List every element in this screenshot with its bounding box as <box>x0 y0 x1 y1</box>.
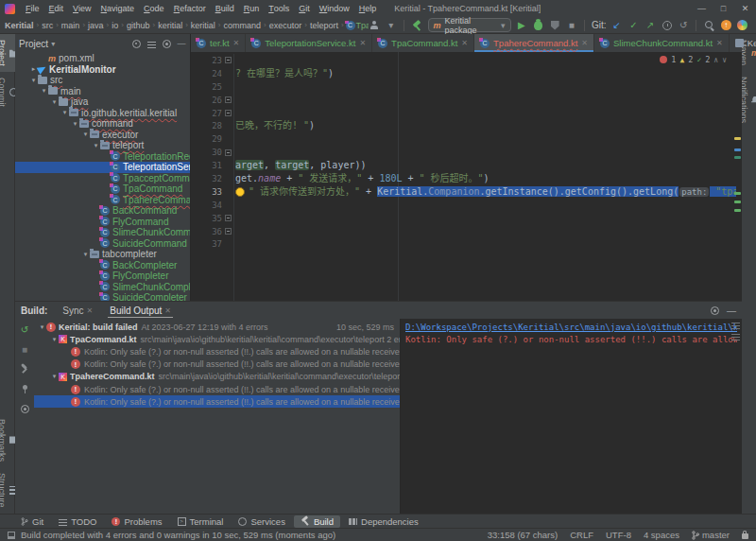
code-line-32[interactable]: get.name + " 发送请求，" + 180L + " 秒后超时。") <box>235 172 736 185</box>
fold-marker[interactable] <box>225 215 232 221</box>
build-settings-wrench-icon[interactable] <box>20 364 29 374</box>
rollback-icon[interactable]: ↺ <box>678 19 690 32</box>
stripe-mark[interactable] <box>734 209 741 212</box>
scroll-to-end-icon[interactable] <box>731 332 740 340</box>
minimize-button[interactable]: — <box>691 0 713 17</box>
editor-gutter[interactable]: 232425262728293031323334353637 <box>191 54 234 301</box>
breadcrumb-class[interactable]: TpahereCommand <box>355 21 369 30</box>
close-button[interactable]: ✕ <box>734 0 756 17</box>
tab-teleportationservice-kt[interactable]: CTeleportationService.kt✕ <box>246 34 372 52</box>
gutter-line-27[interactable]: 27 <box>191 107 233 120</box>
tree-item-keritialmonitor[interactable]: ▸KeritialMonitor <box>15 64 190 76</box>
code-line-27[interactable] <box>235 107 736 120</box>
close-tab-icon[interactable]: ✕ <box>164 306 171 315</box>
tree-item-suicidecompleter[interactable]: CSuicideCompleter <box>15 292 190 301</box>
next-problem-icon[interactable]: ∨ <box>722 56 727 64</box>
tree-item-pom-xml[interactable]: mpom.xml <box>15 53 190 64</box>
build-settings-gear-icon[interactable] <box>711 306 719 315</box>
soft-wrap-icon[interactable] <box>731 321 740 329</box>
build-row[interactable]: !Kotlin: Only safe (?.) or non-null asse… <box>34 358 400 371</box>
history-icon[interactable] <box>661 19 673 32</box>
menu-edit[interactable]: Edit <box>44 0 69 17</box>
tree-item-tabcompleter[interactable]: ▾tabcompleter <box>15 249 190 260</box>
select-opened-file-icon[interactable] <box>132 40 141 48</box>
chevron-down-icon[interactable]: ▾ <box>51 40 55 48</box>
code-pane[interactable]: ? 在哪里？是人吗？")已晚，不行的! ")arget, target, pla… <box>235 54 736 301</box>
chevron-down-icon[interactable]: ▾ <box>50 98 59 106</box>
code-line-29[interactable] <box>235 132 736 146</box>
tab-tpaherecommand-kt[interactable]: CTpahereCommand.kt✕ <box>474 34 594 52</box>
build-tab-build-output[interactable]: Build Output✕ <box>108 304 173 318</box>
chevron-down-icon[interactable]: ▾ <box>50 373 59 380</box>
code-line-26[interactable] <box>235 94 736 107</box>
gutter-line-28[interactable]: 28 <box>191 119 233 132</box>
toolwindow-services[interactable]: Services <box>232 515 291 528</box>
code-line-36[interactable] <box>235 225 736 238</box>
build-row[interactable]: !Kotlin: Only safe (?.) or non-null asse… <box>34 345 400 358</box>
tree-item-executor[interactable]: ▾executor <box>15 130 190 141</box>
close-tab-icon[interactable]: ✕ <box>461 39 468 47</box>
tree-item-src[interactable]: ▾src <box>15 75 190 86</box>
hide-build-panel-icon[interactable]: — <box>727 305 736 316</box>
menu-build[interactable]: Build <box>211 0 239 17</box>
menu-view[interactable]: View <box>68 0 96 17</box>
tree-item-flycompleter[interactable]: CFlyCompleter <box>15 270 190 282</box>
close-tab-icon[interactable]: ✕ <box>233 39 240 47</box>
breadcrumb-item-main[interactable]: main <box>60 21 81 30</box>
layout-icon[interactable] <box>8 532 15 539</box>
tree-item-suicidecommand[interactable]: CSuicideCommand <box>15 238 190 250</box>
menu-window[interactable]: Window <box>315 0 354 17</box>
profile-chevron-icon[interactable]: ▾ <box>385 19 397 32</box>
breadcrumb-item-command[interactable]: command <box>223 21 263 30</box>
tab-slimechunkcommand-kt[interactable]: CSlimeChunkCommand.kt✕ <box>594 34 730 52</box>
build-row[interactable]: ▾KTpahereCommand.ktsrc\main\java\io\gith… <box>34 371 400 383</box>
close-tab-icon[interactable]: ✕ <box>359 39 366 47</box>
toolwindow-git[interactable]: Git <box>13 515 50 528</box>
caret-position[interactable]: 33:158 (67 chars) <box>488 530 558 540</box>
run-button[interactable]: ▶ <box>516 19 528 32</box>
tree-item-teleportationservice[interactable]: CTeleportationService <box>15 162 190 173</box>
breadcrumb-item-src[interactable]: src <box>41 21 54 30</box>
stripe-mark[interactable] <box>734 148 741 151</box>
project-panel-title[interactable]: Project <box>19 39 48 49</box>
menu-refactor[interactable]: Refactor <box>169 0 211 17</box>
breadcrumb-item-io[interactable]: io <box>111 21 119 30</box>
tree-item-tpacceptcommand[interactable]: CTpacceptCommand <box>15 173 190 184</box>
git-branch-widget[interactable]: master <box>692 530 730 540</box>
toolwindow-todo[interactable]: TODO <box>52 515 103 528</box>
stripe-mark[interactable] <box>734 156 741 159</box>
breadcrumb-item-keritial[interactable]: keritial <box>190 21 216 30</box>
debug-button[interactable] <box>532 19 544 32</box>
tree-item-command[interactable]: ▾command <box>15 118 190 130</box>
tab-ter-kt[interactable]: Cter.kt✕ <box>191 34 246 52</box>
breadcrumb-item-keritial[interactable]: Keritial <box>4 21 35 30</box>
code-line-35[interactable] <box>235 212 736 225</box>
gutter-line-33[interactable]: 33 <box>191 185 233 199</box>
gutter-line-34[interactable]: 34 <box>191 199 233 212</box>
breadcrumb-item-github[interactable]: github <box>126 21 151 30</box>
code-with-me-icon[interactable] <box>737 19 749 32</box>
tree-item-teleport[interactable]: ▾teleport <box>15 140 190 151</box>
stop-button[interactable]: ■ <box>565 19 577 32</box>
hide-panel-icon[interactable]: — <box>177 39 186 48</box>
build-hammer-icon[interactable] <box>411 19 423 32</box>
chevron-down-icon[interactable]: ▾ <box>81 251 90 258</box>
menu-file[interactable]: File <box>21 0 44 17</box>
gutter-line-30[interactable]: 30 <box>191 146 233 159</box>
console-file-link[interactable]: D:\Workspace\Projects\Keritial\src\main\… <box>405 322 737 334</box>
tree-item-backcompleter[interactable]: CBackCompleter <box>15 260 190 271</box>
collapse-all-icon[interactable] <box>147 40 156 48</box>
close-tab-icon[interactable]: ✕ <box>87 306 94 315</box>
prev-problem-icon[interactable]: ∧ <box>713 56 718 64</box>
run-configuration-select[interactable]: mKeritial package▾ <box>428 18 511 32</box>
gutter-line-23[interactable]: 23 <box>191 54 233 67</box>
gutter-line-37[interactable]: 37 <box>191 237 233 251</box>
fold-marker[interactable] <box>225 110 232 116</box>
menu-navigate[interactable]: Navigate <box>96 0 140 17</box>
gutter-line-32[interactable]: 32 <box>191 172 233 185</box>
intention-bulb-icon[interactable] <box>235 187 245 197</box>
tree-item-io-github-keritial-keritial[interactable]: ▾io.github.keritial.keritial <box>15 108 190 119</box>
toolwindow-dependencies[interactable]: Dependencies <box>342 515 425 528</box>
pin-tab-icon[interactable] <box>21 385 29 393</box>
code-editor[interactable]: 232425262728293031323334353637 ? 在哪里？是人吗… <box>191 52 742 301</box>
